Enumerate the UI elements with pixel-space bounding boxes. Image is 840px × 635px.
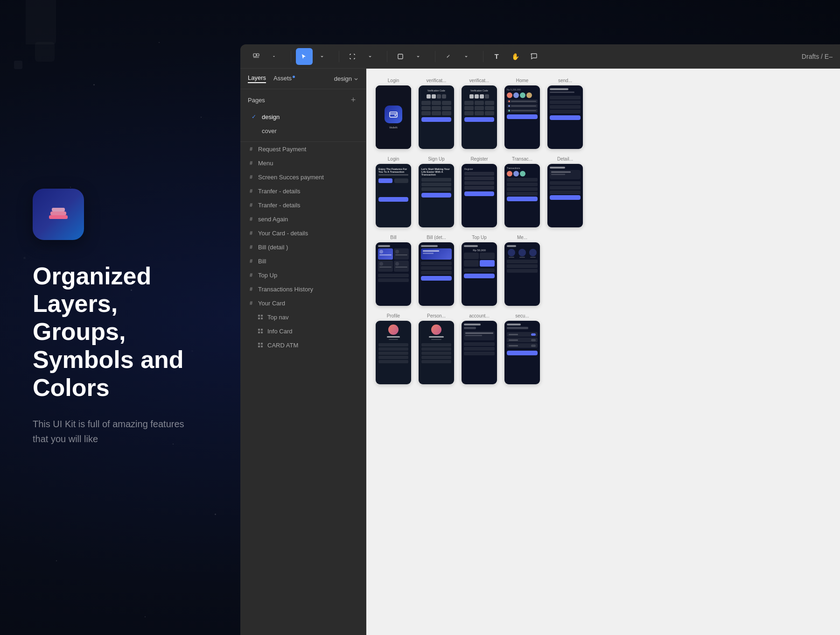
move-tool-button[interactable] bbox=[248, 48, 265, 65]
num-key bbox=[421, 101, 431, 105]
screen-verify-1[interactable]: verificat... Verification Code bbox=[419, 78, 454, 149]
card-line bbox=[551, 171, 571, 173]
canvas-area[interactable]: Login bbox=[366, 69, 840, 635]
design-dropdown[interactable]: design bbox=[334, 75, 358, 82]
page-item-design[interactable]: ✓ design bbox=[248, 110, 358, 124]
amount-opt selected bbox=[480, 260, 495, 267]
num-key bbox=[475, 101, 484, 105]
register-btn bbox=[394, 178, 408, 183]
hash-icon: # bbox=[248, 300, 254, 306]
frame-tool-button[interactable] bbox=[344, 48, 361, 65]
input-field bbox=[464, 172, 494, 176]
screen-signup[interactable]: Sign Up Let's Start Making Your Life Eas… bbox=[419, 156, 454, 227]
layer-screen-success[interactable]: # Screen Succes payment bbox=[240, 170, 366, 184]
num-key bbox=[464, 106, 474, 110]
shape-tool-chevron[interactable] bbox=[410, 48, 427, 65]
hash-icon: # bbox=[248, 258, 254, 264]
shape-tool-button[interactable] bbox=[392, 48, 409, 65]
bill-icon bbox=[379, 262, 383, 266]
layer-top-nav[interactable]: Top nav bbox=[240, 310, 366, 324]
screen-bill[interactable]: Bill bbox=[376, 235, 411, 306]
layer-tranfer-details-2[interactable]: # Tranfer - details bbox=[240, 198, 366, 212]
input-field bbox=[464, 186, 494, 190]
pen-tool-button[interactable] bbox=[440, 48, 457, 65]
layer-tranfer-details-1[interactable]: # Tranfer - details bbox=[240, 184, 366, 198]
canvas-inner: Login bbox=[366, 69, 840, 635]
screen-detail[interactable]: Detail... bbox=[547, 156, 583, 227]
screen-bill-detail[interactable]: Bill (det... bbox=[419, 235, 454, 306]
list-item bbox=[464, 352, 495, 355]
tool-chevron[interactable] bbox=[266, 48, 282, 65]
add-page-button[interactable]: + bbox=[348, 95, 358, 105]
select-tool-chevron[interactable] bbox=[314, 48, 330, 65]
screen-label: Me... bbox=[517, 235, 527, 240]
frame-tool-chevron[interactable] bbox=[362, 48, 378, 65]
screen-verify-2[interactable]: verificat... Verification Code bbox=[462, 78, 497, 149]
screen-content bbox=[376, 321, 411, 367]
subtitle bbox=[464, 327, 476, 329]
verify-dot bbox=[437, 94, 441, 99]
layers-list[interactable]: # Request Payment # Menu # Screen Succes… bbox=[240, 142, 366, 635]
list-item bbox=[464, 268, 495, 272]
hand-tool-button[interactable]: ✋ bbox=[507, 48, 524, 65]
screen-content bbox=[462, 321, 497, 359]
page-item-cover[interactable]: ✓ cover bbox=[248, 124, 358, 138]
layer-send-again[interactable]: # send Again bbox=[240, 212, 366, 226]
text-tool-button[interactable]: T bbox=[488, 48, 505, 65]
verify-dot bbox=[432, 94, 436, 99]
list-item bbox=[507, 109, 538, 113]
title-bar bbox=[507, 324, 521, 325]
grid-icon bbox=[257, 314, 264, 320]
screen-label: Profile bbox=[387, 313, 400, 318]
verify-dot bbox=[475, 94, 479, 99]
num-key bbox=[432, 111, 441, 115]
layer-your-card-details[interactable]: # Your Card - details bbox=[240, 226, 366, 240]
layer-menu[interactable]: # Menu bbox=[240, 156, 366, 170]
screen-register[interactable]: Register Register bbox=[462, 156, 497, 227]
screen-menu[interactable]: Me... bbox=[504, 235, 540, 306]
screen-title: Transactions bbox=[507, 167, 538, 169]
layer-bill[interactable]: # Bill bbox=[240, 254, 366, 268]
comment-tool-button[interactable] bbox=[525, 48, 542, 65]
move-tool-icon bbox=[252, 53, 260, 60]
screen-send[interactable]: send... bbox=[547, 78, 583, 149]
screen-label: Login bbox=[388, 156, 399, 162]
tab-layers[interactable]: Layers bbox=[248, 74, 266, 83]
screen-login[interactable]: Login bbox=[376, 78, 411, 149]
menu-icon bbox=[518, 249, 526, 256]
action-btn bbox=[378, 197, 408, 202]
screen-topup[interactable]: Top Up Rp 50,000 bbox=[462, 235, 497, 306]
screen-transactions[interactable]: Transac... Transactions bbox=[504, 156, 540, 227]
layer-transactions-history[interactable]: # Transactions History bbox=[240, 282, 366, 296]
screen-label: Register bbox=[470, 156, 488, 162]
screen-personal[interactable]: Person... bbox=[419, 313, 454, 384]
layer-top-up[interactable]: # Top Up bbox=[240, 268, 366, 282]
layer-your-card[interactable]: # Your Card bbox=[240, 296, 366, 310]
option-row bbox=[507, 332, 538, 337]
tab-assets[interactable]: Assets bbox=[273, 75, 295, 83]
screen-account[interactable]: account... bbox=[462, 313, 497, 384]
menu-item bbox=[518, 249, 527, 258]
layer-card-atm[interactable]: CARD ATM bbox=[240, 338, 366, 352]
layer-bill-detail[interactable]: # Bill (detail ) bbox=[240, 240, 366, 254]
pen-tool-chevron[interactable] bbox=[458, 48, 475, 65]
option-label bbox=[509, 334, 518, 335]
hash-icon: # bbox=[248, 216, 254, 222]
app-icon bbox=[33, 189, 84, 240]
chevron-icon bbox=[416, 55, 420, 58]
screen-profile[interactable]: Profile bbox=[376, 313, 411, 384]
layer-request-payment[interactable]: # Request Payment bbox=[240, 142, 366, 156]
num-key bbox=[442, 106, 451, 110]
chevron-icon bbox=[272, 55, 276, 58]
dot bbox=[508, 100, 510, 102]
screen-security[interactable]: secu... bbox=[504, 313, 540, 384]
layer-info-card[interactable]: Info Card bbox=[240, 324, 366, 338]
screen-login-2[interactable]: Login Enjoy The Features For You To A Tr… bbox=[376, 156, 411, 227]
title-bar bbox=[550, 88, 568, 90]
select-tool-button[interactable] bbox=[296, 48, 313, 65]
line bbox=[465, 335, 482, 336]
svg-rect-2 bbox=[52, 208, 65, 212]
screen-label: Transac... bbox=[512, 156, 532, 162]
screen-home[interactable]: Home Rp 5,200,000 bbox=[504, 78, 540, 149]
list-item bbox=[507, 269, 538, 273]
